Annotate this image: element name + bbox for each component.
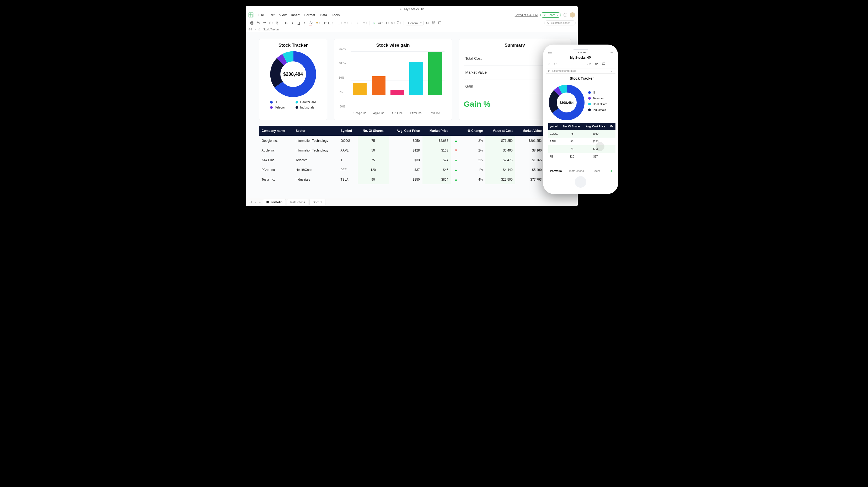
clipboard-icon[interactable]: ▾ [269,21,273,25]
phone-table: ymbolNo. Of SharesAvg. Cost PriceMa GOOG… [548,123,616,160]
italic-icon[interactable]: I [290,21,295,25]
sum-icon[interactable]: Σ▾ [397,21,401,25]
bold-icon[interactable]: B [284,21,289,25]
menu-format[interactable]: Format [305,13,315,17]
svg-rect-17 [434,23,435,24]
insert-image-icon[interactable]: ▾ [378,21,382,25]
phone-add-sheet[interactable]: ＋ [608,169,616,173]
valign-icon[interactable]: ▾ [337,21,342,25]
menu-file[interactable]: File [258,13,264,17]
search-placeholder: Search in sheet [552,22,570,24]
more-icon[interactable]: ⋯ [609,62,613,66]
decimal-inc-icon[interactable]: (.) [425,21,430,25]
share-label: Share [548,13,555,17]
phone-speaker [574,49,588,50]
phone-donut-value: $208,484 [548,84,585,121]
sheets-up-icon[interactable]: ▴ [253,200,257,204]
svg-point-13 [379,22,379,23]
sheet-tab-sheet1[interactable]: Sheet1 [309,199,326,205]
phone-sheet-tabs: Portfolio Instructions Sheet1 ＋ [546,167,616,174]
menu-edit[interactable]: Edit [269,13,274,17]
menu-insert[interactable]: insert [291,13,300,17]
grid-a-icon[interactable] [431,21,436,25]
collab-icon[interactable] [594,62,598,66]
phone-title: My Stocks HP [546,54,616,60]
phone-table-row[interactable]: FE120$37 [548,153,616,160]
donut-title: Stock Tracker [264,43,322,48]
sheet-tab-portfolio[interactable]: Portfolio [263,199,286,205]
svg-point-28 [597,63,598,64]
phone-formula-bar[interactable]: fx Enter text or formula ⌄ [546,68,616,74]
signal-icon: ▮▮▮ ⌵ [548,52,553,54]
menu-view[interactable]: View [279,13,287,17]
search-icon [547,22,550,24]
insert-chart-icon[interactable] [372,21,376,25]
phone-table-row[interactable]: 75$33 [548,145,616,153]
menu-data[interactable]: Data [320,13,327,17]
back-icon[interactable]: ‹ [548,61,550,67]
bar-card: Stock wise gain -50% 0% 50% 100% 150% G [334,39,452,120]
phone-tab-sheet1[interactable]: Sheet1 [587,167,608,174]
borders-icon[interactable]: ▾ [322,21,327,25]
formula-value[interactable]: Stock Tracker [263,28,279,31]
add-sheet-icon[interactable]: ＋ [258,200,262,204]
sheet-tab-instructions[interactable]: Instructions [287,199,308,205]
bar-title: Stock wise gain [339,43,447,48]
print-icon[interactable] [250,21,254,25]
comment-sheets-icon[interactable] [249,200,252,204]
fill-color-icon[interactable]: ▾ [315,21,320,25]
undo-icon[interactable] [256,21,261,25]
wrap-icon[interactable]: ▾ [363,21,367,25]
table-row[interactable]: Tesla Inc.IndustrialsTSLA90$250$864▲4%$2… [259,174,571,184]
format-painter-icon[interactable] [275,21,280,25]
menu-tools[interactable]: Tools [332,13,340,17]
draw-icon[interactable]: 𝒜 [588,62,591,66]
arrow-up-icon: ▲ [455,168,458,172]
chat-icon[interactable] [602,62,606,66]
svg-point-1 [544,14,545,15]
bar-chart: -50% 0% 50% 100% 150% Google IncApple In… [351,52,444,109]
filter-icon[interactable]: ▾ [391,21,395,25]
saved-status: Saved at 4:49 PM [515,13,537,17]
phone-tab-portfolio[interactable]: Portfolio [546,167,566,174]
merge-icon[interactable]: ▾ [328,21,333,25]
grid-icon [266,201,269,204]
strike-icon[interactable]: S [303,21,308,25]
indent-increase-icon[interactable] [356,21,361,25]
phone-legend: IT Telecom HealthCare Industrials [588,91,608,111]
donut-card: Stock Tracker $208,484 I [259,39,327,120]
info-icon[interactable]: i [563,13,567,17]
table-row[interactable]: Google Inc.Information TechnologyGOOG75$… [259,136,571,145]
phone-table-row[interactable]: AAPL50$128 [548,138,616,145]
phone-table-row[interactable]: GOOG75$950 [548,130,616,138]
sort-icon[interactable]: ▾ [384,21,389,25]
halign-icon[interactable]: ▾ [344,21,348,25]
phone-tab-instructions[interactable]: Instructions [566,167,587,174]
undo-icon[interactable]: ↶ [554,62,557,66]
arrow-up-icon: ▲ [455,177,458,182]
svg-rect-10 [373,22,374,24]
search-input[interactable]: Search in sheet [544,21,576,25]
star-icon[interactable]: ★ [399,7,402,11]
share-button[interactable]: Share ▾ [540,12,561,18]
number-format-select[interactable]: General [406,21,424,25]
svg-rect-26 [267,201,269,203]
cell-reference[interactable]: G3 [249,28,252,31]
grid-b-icon[interactable] [438,21,442,25]
legend-item: IT [270,100,291,104]
fx-icon: fx [258,28,261,31]
chevron-down-icon[interactable]: ⌄ [611,69,613,72]
indent-decrease-icon[interactable] [350,21,354,25]
document-title: My Stocks HP [404,7,424,11]
formula-bar: G3 ▾ fx Stock Tracker [246,27,578,32]
table-row[interactable]: Apple Inc.Information TechnologyAAPL50$1… [259,145,571,155]
font-color-icon[interactable]: A▾ [309,21,314,25]
phone-statusbar: ▮▮▮ ⌵ 9:41 AM ▬ [546,52,616,54]
underline-icon[interactable]: U [297,21,301,25]
redo-icon[interactable] [262,21,267,25]
phone-home-button[interactable] [575,176,586,188]
table-row[interactable]: Pfizer Inc.HealthCarePFE120$37$46▲1%$4,4… [259,165,571,174]
table-row[interactable]: AT&T Inc.TelecomT75$33$24▲2%$2,475$1,765… [259,155,571,165]
legend-item: Industrials [296,106,316,109]
user-avatar[interactable] [570,12,575,18]
